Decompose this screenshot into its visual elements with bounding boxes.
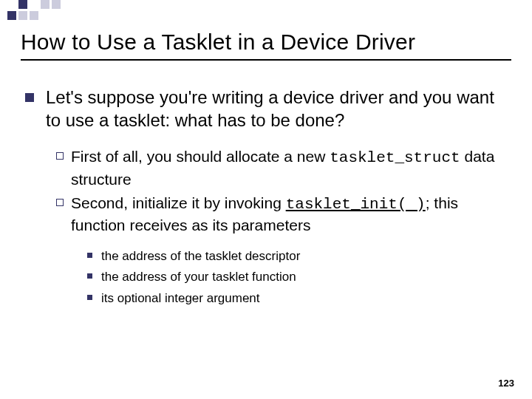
code-tasklet-struct: tasklet_struct: [330, 149, 460, 166]
bullet-level3: its optional integer argument: [87, 289, 511, 308]
small-square-bullet-icon: [87, 253, 92, 258]
small-square-bullet-icon: [87, 273, 92, 279]
slide-body: How to Use a Tasklet in a Device Driver …: [0, 0, 532, 307]
lvl1-text: Let's suppose you're writing a device dr…: [46, 86, 511, 132]
code-tasklet-init: tasklet_init( ): [286, 196, 426, 213]
lvl2a-text: First of all, you should allocate a new …: [71, 146, 511, 190]
bullet-level2: First of all, you should allocate a new …: [56, 146, 511, 190]
bullet-level2: Second, initialize it by invoking taskle…: [56, 193, 511, 236]
corner-decoration: [7, 0, 61, 20]
lvl3c-text: its optional integer argument: [101, 289, 260, 308]
square-bullet-icon: [25, 93, 34, 102]
lvl2b-text: Second, initialize it by invoking taskle…: [71, 193, 511, 236]
level2-list: First of all, you should allocate a new …: [56, 146, 511, 236]
bullet-level3: the address of the tasklet descriptor: [87, 247, 511, 266]
lvl3b-text: the address of your tasklet function: [101, 267, 296, 287]
title-rule: [21, 59, 511, 61]
bullet-level3: the address of your tasklet function: [87, 267, 511, 287]
bullet-level1: Let's suppose you're writing a device dr…: [21, 86, 511, 132]
hollow-square-bullet-icon: [56, 152, 64, 160]
level3-list: the address of the tasklet descriptor th…: [87, 247, 511, 308]
page-number: 123: [498, 378, 514, 389]
hollow-square-bullet-icon: [56, 199, 64, 206]
small-square-bullet-icon: [87, 295, 92, 300]
lvl3a-text: the address of the tasklet descriptor: [101, 247, 300, 266]
slide-title: How to Use a Tasklet in a Device Driver: [21, 30, 511, 55]
